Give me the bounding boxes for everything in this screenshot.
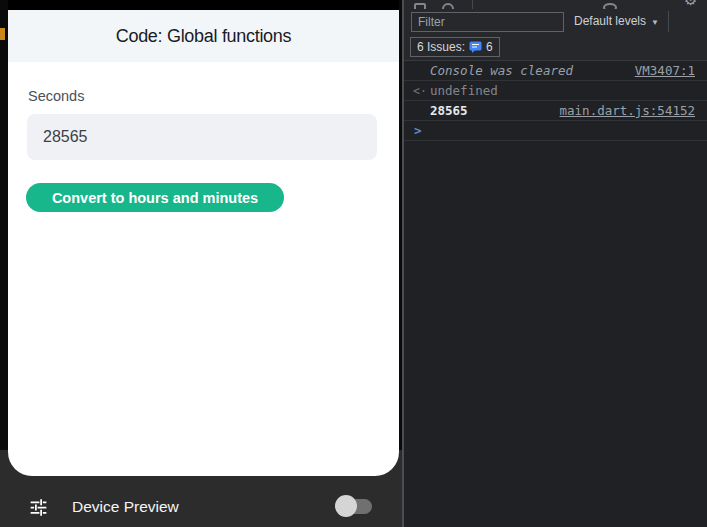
console-prompt-chevron: > (414, 121, 422, 141)
devtools-toolbar-clipped: ⚙ (404, 0, 707, 9)
device-preview-panel: Code: Global functions Seconds Convert t… (8, 0, 399, 476)
console-filter-row: Default levels▼ (404, 9, 707, 36)
source-link[interactable]: VM3407:1 (635, 61, 695, 81)
issues-count: 6 (486, 40, 493, 54)
seconds-input[interactable] (27, 114, 377, 160)
seconds-label: Seconds (28, 88, 84, 104)
console-row-result: <· undefined (404, 81, 707, 101)
tune-icon[interactable] (28, 497, 49, 518)
device-status-bar (8, 0, 399, 10)
log-levels-dropdown[interactable]: Default levels▼ (574, 14, 659, 28)
console-log-text: 28565 (430, 103, 468, 118)
issues-badge[interactable]: 6 Issues: 6 (410, 37, 500, 57)
console-row-cleared: Console was cleared VM3407:1 (404, 61, 707, 81)
screen: Code: Global functions Seconds Convert t… (0, 0, 707, 527)
issues-message-icon (469, 41, 482, 53)
device-preview-bar: Device Preview (0, 476, 402, 527)
app-header: Code: Global functions (8, 10, 399, 62)
convert-button[interactable]: Convert to hours and minutes (26, 183, 284, 212)
return-value-icon: <· (413, 81, 427, 101)
console-prompt-row[interactable]: > (404, 121, 707, 141)
chevron-down-icon: ▼ (651, 18, 659, 27)
toggle-thumb (335, 495, 357, 517)
issues-bar: 6 Issues: 6 (404, 36, 707, 60)
issues-label: 6 Issues: (417, 40, 465, 54)
source-link[interactable]: main.dart.js:54152 (560, 101, 695, 121)
toolbar-divider (668, 11, 669, 32)
console-info-text: Console was cleared (430, 63, 573, 78)
console-result-text: undefined (430, 83, 498, 98)
console-filter-input[interactable] (411, 12, 564, 32)
settings-gear-icon[interactable]: ⚙ (684, 0, 697, 9)
page-title: Code: Global functions (8, 10, 399, 62)
log-levels-label: Default levels (574, 14, 646, 28)
device-preview-label: Device Preview (72, 498, 179, 516)
device-preview-toggle[interactable] (335, 495, 373, 518)
devtools-console-panel: ⚙ Default levels▼ 6 Issues: (402, 0, 707, 527)
flutter-app-region: Code: Global functions Seconds Convert t… (0, 0, 402, 527)
console-messages: Console was cleared VM3407:1 <· undefine… (404, 60, 707, 141)
console-row-log: 28565 main.dart.js:54152 (404, 101, 707, 121)
toolbar-divider (472, 0, 473, 9)
left-edge-marker (0, 28, 5, 40)
